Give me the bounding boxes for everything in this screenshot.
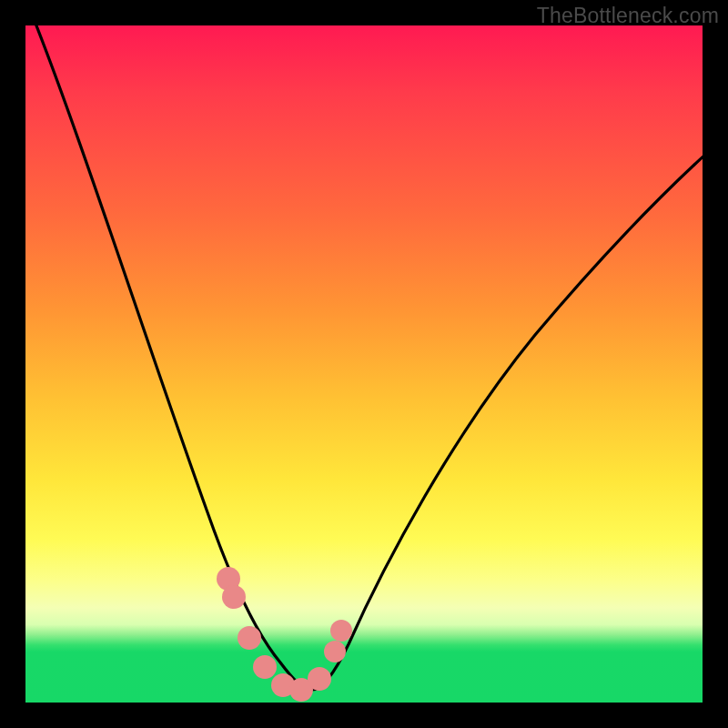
highlight-points [217,567,352,702]
svg-point-3 [253,655,277,679]
chart-frame: TheBottleneck.com [0,0,728,728]
svg-point-7 [324,641,346,662]
plot-area [25,25,703,703]
curve-layer [25,25,703,703]
watermark-text: TheBottleneck.com [537,4,719,28]
bottleneck-curve [31,25,703,690]
svg-point-8 [330,620,352,642]
svg-point-1 [222,585,246,609]
svg-point-6 [308,667,331,691]
svg-point-2 [238,626,261,650]
